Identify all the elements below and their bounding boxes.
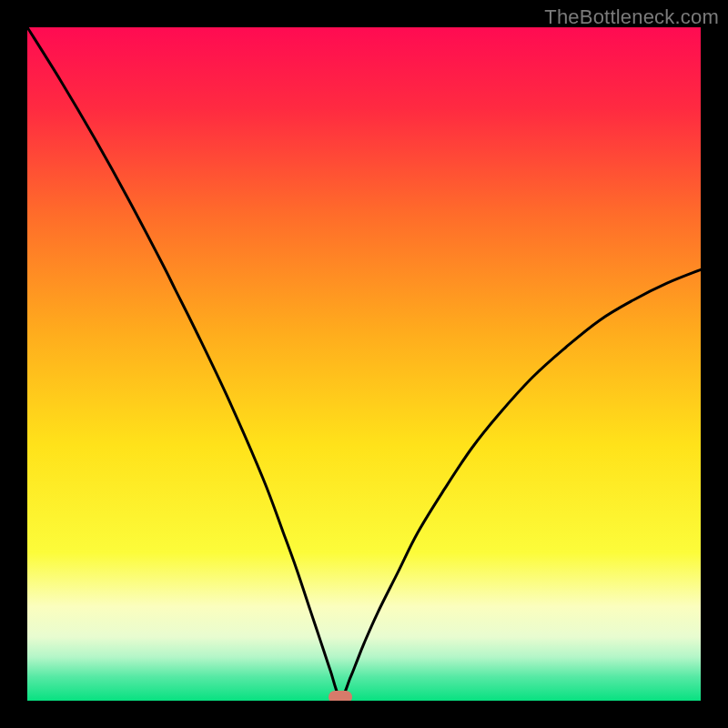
plot-area [27,27,701,701]
watermark-text: TheBottleneck.com [544,5,719,29]
chart-frame: TheBottleneck.com [0,0,728,728]
bottleneck-curve [27,27,701,701]
optimum-marker [329,691,352,701]
